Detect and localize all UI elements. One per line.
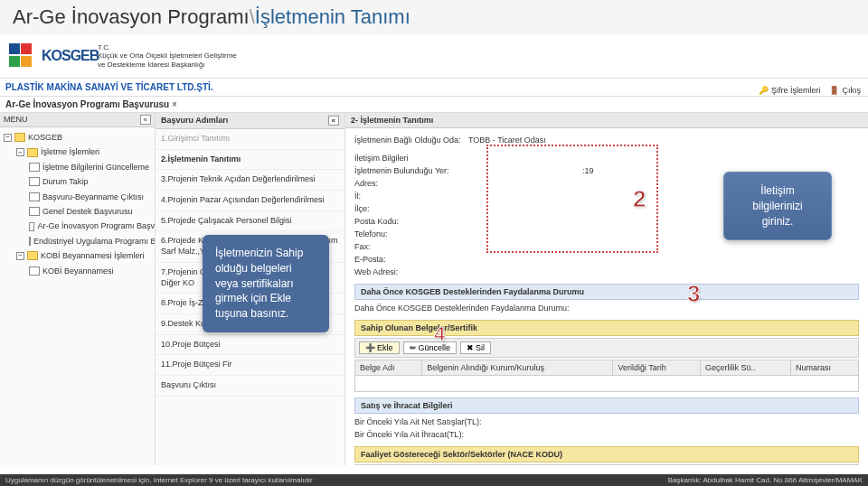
content-header: 2- İşletmenin Tanıtımı	[345, 113, 868, 128]
col-gecerlilik[interactable]: Geçerlilik Sü..	[701, 360, 791, 376]
belge-section-head: Sahip Olunan Belgeler/Sertifik	[354, 320, 859, 336]
col-numara[interactable]: Numarası	[790, 360, 858, 376]
doc-icon	[29, 237, 31, 246]
oda-value: TOBB - Ticaret Odası	[468, 136, 546, 145]
oda-label: İşletmenin Bağlı Olduğu Oda:	[354, 136, 463, 145]
logo-brand-box: KOSGEB	[42, 40, 89, 72]
company-name: PLASTİK MAKİNA SANAYİ VE TİCARET LTD.ŞTİ…	[0, 79, 868, 97]
content-column: 2- İşletmenin Tanıtımı İşletmenin Bağlı …	[345, 113, 868, 465]
menu-column: MENU « −KOSGEB −İşletme İşlemleri İşletm…	[0, 113, 156, 465]
delete-button[interactable]: ✖ Sil	[460, 341, 491, 354]
callout-iletisim: İletişim bilgilerinizi giriniz.	[723, 172, 832, 240]
menu-tree: −KOSGEB −İşletme İşlemleri İşletme Bilgi…	[0, 127, 155, 281]
kosgeb-section-head: Daha Önce KOSGEB Desteklerinden Faydalan…	[354, 284, 859, 300]
col-belge-adi[interactable]: Belge Adı	[355, 360, 422, 376]
ilce-label: İlçe:	[354, 204, 463, 213]
add-button[interactable]: ➕ Ekle	[359, 341, 400, 354]
step-item-active[interactable]: 2.İşletmenin Tanıtımı	[156, 150, 344, 171]
doc-icon	[29, 207, 40, 216]
expand-icon[interactable]: −	[4, 134, 12, 142]
top-right-links: 🔑 Şifre İşlemleri 🚪 Çıkış	[759, 86, 861, 95]
tree-item[interactable]: −İşletme İşlemleri	[0, 145, 155, 159]
breadcrumb: Ar-Ge İnovasyon Programı Başvurusu ×	[0, 97, 868, 113]
password-link[interactable]: 🔑 Şifre İşlemleri	[759, 86, 821, 95]
step-item[interactable]: 11.Proje Bütçesi Fir	[156, 355, 344, 376]
org-text: T.C. Küçük ve Orta Ölçekli İşletmeleri G…	[98, 43, 237, 70]
step-item[interactable]: 4.Projenin Pazar Açısından Değerlendiril…	[156, 191, 344, 211]
nace-toolbar: Faaliyet konunuzu seçmek için tıklayın..…	[354, 464, 859, 465]
web-label: Web Adresi:	[354, 267, 463, 276]
iletisim-subhead: İletişim Bilgileri	[354, 154, 409, 163]
badge-2: 2	[633, 185, 646, 213]
tree-item[interactable]: −KOBİ Beyannamesi İşlemleri	[0, 248, 155, 263]
fax-label: Fax:	[354, 242, 463, 251]
footer-left: Uygulamanın düzgün görüntülenebilmesi iç…	[5, 476, 313, 484]
kosgeb-text: Daha Önce KOSGEB Desteklerinden Faydalan…	[354, 304, 570, 313]
il-label: İl:	[354, 192, 463, 201]
doc-icon	[29, 222, 34, 231]
main-layout: MENU « −KOSGEB −İşletme İşlemleri İşletm…	[0, 113, 868, 465]
eposta-label: E-Posta:	[354, 255, 463, 264]
folder-icon	[27, 148, 38, 157]
title-part1: Ar-Ge İnovasyon Programı	[13, 5, 250, 28]
step-item[interactable]: 10.Proje Bütçesi	[156, 335, 344, 356]
satis1-label: Bir Önceki Yıla Ait Net Satışlar(TL):	[354, 417, 535, 426]
logout-link[interactable]: 🚪 Çıkış	[829, 86, 861, 95]
doc-icon	[29, 163, 40, 172]
yer-label: İşletmenin Bulunduğu Yer:	[354, 166, 463, 175]
tree-root[interactable]: −KOSGEB	[0, 130, 155, 145]
belge-toolbar: ➕ Ekle ✏ Güncelle ✖ Sil	[354, 338, 859, 358]
posta-label: Posta Kodu:	[354, 217, 463, 226]
edit-button[interactable]: ✏ Güncelle	[403, 341, 458, 354]
tree-item[interactable]: Ar-Ge İnovasyon Programı Başv	[0, 219, 155, 233]
step-item[interactable]: 1.Girişimci Tanıtımı	[156, 129, 344, 150]
expand-icon[interactable]: −	[16, 252, 24, 260]
step-item[interactable]: Başvuru Çıktısı	[156, 376, 344, 397]
logo-mark	[9, 43, 33, 69]
folder-icon	[27, 251, 38, 260]
satis-section-head: Satış ve İhracat Bilgileri	[354, 397, 859, 414]
step-item[interactable]: 3.Projenin Teknik Açıdan Değerlendirilme…	[156, 170, 344, 191]
menu-collapse-button[interactable]: «	[140, 115, 151, 125]
badge-3: 3	[687, 280, 700, 308]
belge-table: Belge Adı Belgenin Alındığı Kurum/Kurulu…	[354, 360, 859, 392]
doc-icon	[29, 177, 40, 186]
footer-right: Başkanlık: Abdulhak Hamit Cad. No 866 Al…	[668, 476, 863, 484]
step-item[interactable]: 5.Projede Çalışacak Personel Bilgisi	[156, 211, 344, 232]
footer-bar: Uygulamanın düzgün görüntülenebilmesi iç…	[0, 474, 868, 486]
expand-icon[interactable]: −	[16, 148, 24, 156]
yer-value: :19	[582, 166, 594, 175]
tree-item[interactable]: Genel Destek Başvurusu	[0, 204, 155, 219]
page-title: Ar-Ge İnovasyon Programı\İşletmenin Tanı…	[0, 0, 868, 34]
nace-section-head: Faaliyet Göstereceği Sektör/Sektörler (N…	[354, 446, 859, 463]
brand-text: KOSGEB	[42, 48, 89, 64]
steps-header: Başvuru Adımları «	[156, 113, 344, 129]
tree-item[interactable]: Endüstriyel Uygulama Programı B	[0, 234, 155, 248]
title-part2: İşletmenin Tanımı	[255, 5, 410, 28]
logo-row: KOSGEB T.C. Küçük ve Orta Ölçekli İşletm…	[0, 34, 868, 79]
callout-belgeler: İşletmenizin Sahip olduğu belgeleri veya…	[203, 235, 329, 332]
tree-item[interactable]: İşletme Bilgilerini Güncelleme	[0, 160, 155, 174]
doc-icon	[29, 266, 40, 276]
satis2-label: Bir Önceki Yıla Ait İhracat(TL):	[354, 430, 535, 439]
badge-4: 4	[434, 322, 445, 346]
menu-header: MENU «	[0, 113, 155, 127]
adres-label: Adres:	[354, 179, 463, 188]
steps-collapse-button[interactable]: «	[328, 116, 339, 126]
tree-item[interactable]: Başvuru-Beyanname Çıktısı	[0, 190, 155, 204]
col-tarih[interactable]: Verildiği Tarih	[613, 360, 701, 376]
tree-item[interactable]: KOBİ Beyannamesi	[0, 264, 155, 278]
folder-icon	[14, 133, 25, 142]
doc-icon	[29, 192, 40, 201]
tel-label: Telefonu:	[354, 229, 463, 238]
col-kurum[interactable]: Belgenin Alındığı Kurum/Kuruluş	[422, 360, 613, 376]
tree-item[interactable]: Durum Takip	[0, 174, 155, 189]
